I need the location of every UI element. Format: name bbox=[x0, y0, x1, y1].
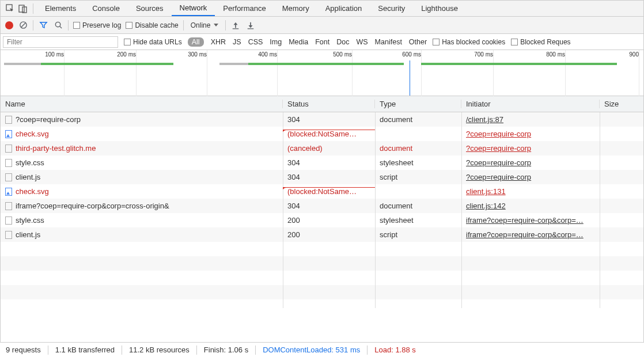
request-type: document bbox=[375, 115, 461, 124]
request-name: client.js bbox=[16, 173, 40, 181]
filter-pill-font[interactable]: Font bbox=[315, 38, 329, 46]
filter-pill-xhr[interactable]: XHR bbox=[211, 38, 226, 46]
overview-tick: 400 ms bbox=[258, 51, 277, 58]
tab-performance[interactable]: Performance bbox=[215, 1, 274, 16]
devtools-tabstrip: ElementsConsoleSourcesNetworkPerformance… bbox=[1, 1, 643, 17]
tab-console[interactable]: Console bbox=[84, 1, 128, 16]
file-icon bbox=[5, 145, 12, 153]
request-status: 304 bbox=[283, 173, 375, 181]
svg-line-6 bbox=[59, 26, 61, 28]
separator bbox=[183, 20, 184, 31]
separator bbox=[225, 20, 226, 31]
table-row[interactable]: style.css200stylesheetiframe?coep=requir… bbox=[1, 213, 643, 227]
separator bbox=[48, 345, 48, 355]
checkbox-icon[interactable] bbox=[433, 39, 440, 45]
tab-lighthouse[interactable]: Lighthouse bbox=[413, 1, 466, 16]
column-name[interactable]: Name bbox=[1, 100, 283, 108]
overview-bar bbox=[41, 63, 173, 65]
filter-icon[interactable] bbox=[38, 20, 48, 31]
hide-data-urls-label: Hide data URLs bbox=[133, 38, 182, 46]
filter-bar: Hide data URLs AllXHRJSCSSImgMediaFontDo… bbox=[1, 34, 643, 50]
disable-cache-checkbox[interactable]: Disable cache bbox=[126, 21, 178, 29]
column-size[interactable]: Size bbox=[600, 100, 643, 108]
highlight-ring bbox=[283, 187, 375, 196]
request-type: stylesheet bbox=[375, 158, 461, 167]
table-row[interactable]: ?coep=require-corp304document/client.js:… bbox=[1, 112, 643, 127]
image-file-icon bbox=[5, 130, 12, 138]
status-dcl: DOMContentLoaded: 531 ms bbox=[263, 345, 360, 354]
table-row[interactable]: client.js200scriptiframe?coep=require-co… bbox=[1, 227, 643, 242]
filter-pill-manifest[interactable]: Manifest bbox=[375, 38, 402, 46]
download-har-icon[interactable] bbox=[245, 20, 256, 31]
overview-tick: 800 ms bbox=[546, 51, 565, 58]
status-transferred: 1.1 kB transferred bbox=[55, 345, 115, 354]
blocked-cookies-checkbox[interactable]: Has blocked cookies bbox=[433, 38, 505, 46]
filter-pill-img[interactable]: Img bbox=[270, 38, 282, 46]
separator bbox=[255, 345, 256, 355]
table-row[interactable]: check.svg(blocked:NotSame…?coep=require-… bbox=[1, 127, 643, 141]
network-toolbar: Preserve log Disable cache Online bbox=[1, 17, 643, 34]
throttling-select[interactable]: Online bbox=[188, 21, 221, 29]
filter-pill-ws[interactable]: WS bbox=[356, 38, 368, 46]
overview-tick: 300 ms bbox=[188, 51, 207, 58]
file-icon bbox=[5, 202, 12, 210]
checkbox-icon[interactable] bbox=[124, 39, 131, 45]
table-row[interactable]: client.js304script?coep=require-corp bbox=[1, 170, 643, 184]
request-initiator-link[interactable]: ?coep=require-corp bbox=[466, 158, 531, 167]
blocked-requests-checkbox[interactable]: Blocked Reques bbox=[511, 38, 570, 46]
request-name: client.js bbox=[16, 230, 40, 239]
tab-security[interactable]: Security bbox=[370, 1, 413, 16]
filter-input[interactable] bbox=[3, 36, 118, 48]
request-initiator-link[interactable]: client.js:131 bbox=[466, 187, 506, 196]
request-name: style.css bbox=[16, 216, 44, 225]
checkbox-icon[interactable] bbox=[511, 39, 518, 45]
request-status: 304 bbox=[283, 158, 375, 167]
table-row[interactable]: third-party-test.glitch.me(canceled)docu… bbox=[1, 141, 643, 155]
request-status: 200 bbox=[283, 230, 375, 239]
request-initiator-link[interactable]: ?coep=require-corp bbox=[466, 144, 531, 153]
file-icon bbox=[5, 159, 12, 167]
request-initiator-link[interactable]: ?coep=require-corp bbox=[466, 173, 531, 181]
filter-pill-css[interactable]: CSS bbox=[248, 38, 263, 46]
request-initiator-link[interactable]: ?coep=require-corp bbox=[466, 130, 531, 138]
tab-memory[interactable]: Memory bbox=[274, 1, 317, 16]
filter-pill-other[interactable]: Other bbox=[409, 38, 427, 46]
request-initiator-link[interactable]: iframe?coep=require-corp&corp=… bbox=[466, 216, 584, 225]
preserve-log-checkbox[interactable]: Preserve log bbox=[73, 21, 121, 29]
request-initiator-link[interactable]: client.js:142 bbox=[466, 202, 506, 210]
tab-elements[interactable]: Elements bbox=[37, 1, 84, 16]
filter-pill-doc[interactable]: Doc bbox=[336, 38, 349, 46]
column-type[interactable]: Type bbox=[375, 100, 461, 108]
checkbox-icon[interactable] bbox=[126, 22, 132, 29]
column-status[interactable]: Status bbox=[283, 100, 375, 108]
filter-pill-js[interactable]: JS bbox=[233, 38, 241, 46]
overview-tick: 100 ms bbox=[45, 51, 64, 58]
filter-pill-media[interactable]: Media bbox=[289, 38, 308, 46]
table-row[interactable]: check.svg(blocked:NotSame…client.js:131 bbox=[1, 184, 643, 199]
overview-bar bbox=[421, 63, 617, 65]
blocked-requests-label: Blocked Reques bbox=[520, 38, 570, 46]
table-row[interactable]: iframe?coep=require-corp&corp=cross-orig… bbox=[1, 199, 643, 213]
column-initiator[interactable]: Initiator bbox=[461, 100, 600, 108]
tab-network[interactable]: Network bbox=[172, 1, 215, 16]
overview-tick: 500 ms bbox=[333, 51, 352, 58]
request-initiator-link[interactable]: /client.js:87 bbox=[466, 115, 503, 124]
status-finish: Finish: 1.06 s bbox=[204, 345, 248, 354]
record-button[interactable] bbox=[5, 21, 13, 29]
timeline-overview[interactable]: 100 ms200 ms300 ms400 ms500 ms600 ms700 … bbox=[1, 50, 643, 96]
request-status: 304 bbox=[283, 115, 375, 124]
tab-sources[interactable]: Sources bbox=[128, 1, 172, 16]
request-initiator-link[interactable]: iframe?coep=require-corp&corp=… bbox=[466, 230, 584, 239]
device-toolbar-icon[interactable] bbox=[17, 2, 29, 15]
search-icon[interactable] bbox=[53, 20, 63, 31]
upload-har-icon[interactable] bbox=[230, 20, 241, 31]
clear-icon[interactable] bbox=[18, 20, 28, 31]
filter-pill-all[interactable]: All bbox=[188, 37, 204, 47]
table-row[interactable]: style.css304stylesheet?coep=require-corp bbox=[1, 155, 643, 170]
hide-data-urls-checkbox[interactable]: Hide data URLs bbox=[124, 38, 182, 46]
image-file-icon bbox=[5, 188, 12, 196]
inspect-element-icon[interactable] bbox=[4, 2, 17, 15]
request-name: ?coep=require-corp bbox=[16, 115, 81, 124]
tab-application[interactable]: Application bbox=[317, 1, 370, 16]
checkbox-icon[interactable] bbox=[73, 22, 80, 29]
